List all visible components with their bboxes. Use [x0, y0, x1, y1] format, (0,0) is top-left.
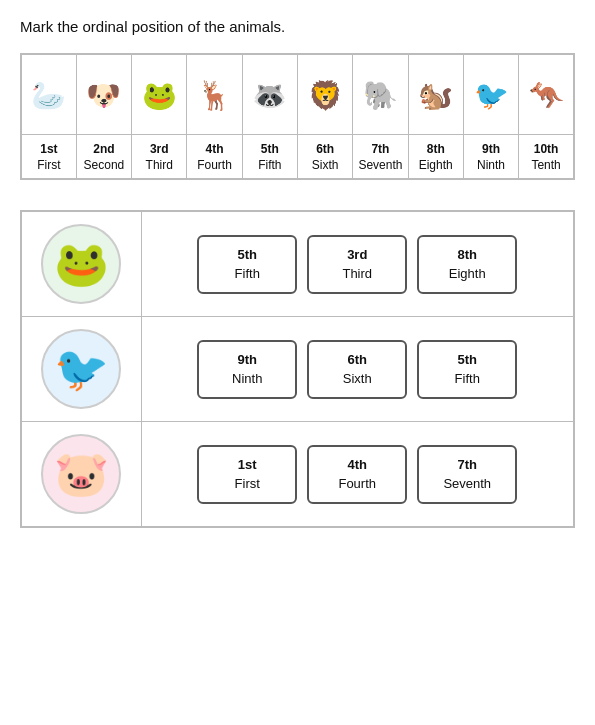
quiz-option-1-1[interactable]: 6thSixth — [307, 340, 407, 399]
quiz-option-0-1[interactable]: 3rdThird — [307, 235, 407, 294]
animal-label-cell-5: 6thSixth — [297, 134, 352, 179]
quiz-option-0-2[interactable]: 8thEighth — [417, 235, 517, 294]
animal-label-cell-3: 4thFourth — [187, 134, 242, 179]
quiz-option-1-0[interactable]: 9thNinth — [197, 340, 297, 399]
animal-cell-5: 🦁 — [297, 54, 352, 134]
quiz-options-cell-1: 9thNinth6thSixth5thFifth — [141, 317, 574, 422]
animal-cell-8: 🐦 — [463, 54, 518, 134]
quiz-row-0: 🐸5thFifth3rdThird8thEighth — [21, 211, 574, 317]
animal-cell-9: 🦘 — [519, 54, 574, 134]
quiz-options-cell-0: 5thFifth3rdThird8thEighth — [141, 211, 574, 317]
animal-reference-table: 🦢🐶🐸🦌🦝🦁🐘🐿️🐦🦘 1stFirst2ndSecond3rdThird4th… — [20, 53, 575, 180]
quiz-option-2-0[interactable]: 1stFirst — [197, 445, 297, 504]
quiz-option-0-0[interactable]: 5thFifth — [197, 235, 297, 294]
animal-cell-6: 🐘 — [353, 54, 408, 134]
quiz-animal-cell-0: 🐸 — [21, 211, 141, 317]
animal-icon-2: 🐷 — [41, 434, 121, 514]
quiz-animal-cell-2: 🐷 — [21, 422, 141, 528]
animal-label-cell-9: 10thTenth — [519, 134, 574, 179]
quiz-row-1: 🐦9thNinth6thSixth5thFifth — [21, 317, 574, 422]
animal-label-cell-2: 3rdThird — [132, 134, 187, 179]
quiz-table: 🐸5thFifth3rdThird8thEighth🐦9thNinth6thSi… — [20, 210, 575, 528]
quiz-row-2: 🐷1stFirst4thFourth7thSeventh — [21, 422, 574, 528]
quiz-option-2-2[interactable]: 7thSeventh — [417, 445, 517, 504]
animal-cell-3: 🦌 — [187, 54, 242, 134]
animal-icon-1: 🐦 — [41, 329, 121, 409]
animal-label-cell-6: 7thSeventh — [353, 134, 408, 179]
animal-icon-0: 🐸 — [41, 224, 121, 304]
animal-label-row: 1stFirst2ndSecond3rdThird4thFourth5thFif… — [21, 134, 574, 179]
animal-image-row: 🦢🐶🐸🦌🦝🦁🐘🐿️🐦🦘 — [21, 54, 574, 134]
animal-cell-7: 🐿️ — [408, 54, 463, 134]
animal-label-cell-1: 2ndSecond — [76, 134, 131, 179]
quiz-option-2-1[interactable]: 4thFourth — [307, 445, 407, 504]
quiz-animal-cell-1: 🐦 — [21, 317, 141, 422]
animal-label-cell-4: 5thFifth — [242, 134, 297, 179]
animal-cell-0: 🦢 — [21, 54, 76, 134]
animal-label-cell-0: 1stFirst — [21, 134, 76, 179]
quiz-option-1-2[interactable]: 5thFifth — [417, 340, 517, 399]
animal-label-cell-7: 8thEighth — [408, 134, 463, 179]
instruction-text: Mark the ordinal position of the animals… — [20, 18, 575, 35]
animal-cell-2: 🐸 — [132, 54, 187, 134]
animal-cell-1: 🐶 — [76, 54, 131, 134]
animal-cell-4: 🦝 — [242, 54, 297, 134]
animal-label-cell-8: 9thNinth — [463, 134, 518, 179]
quiz-options-cell-2: 1stFirst4thFourth7thSeventh — [141, 422, 574, 528]
